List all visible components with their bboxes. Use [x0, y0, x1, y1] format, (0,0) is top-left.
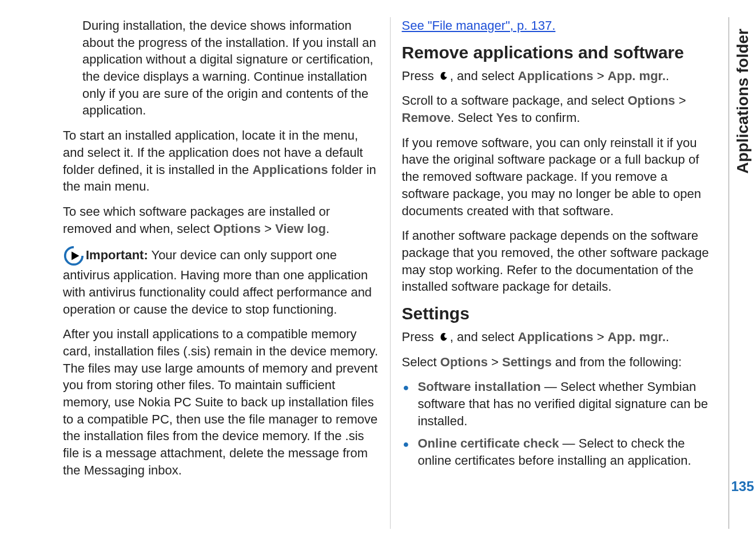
text: . Select: [451, 110, 496, 125]
applications-label: Applications: [518, 330, 594, 344]
settings-press-paragraph: Press , and select Applications > App. m…: [402, 329, 718, 346]
important-note: Important: Your device can only support …: [63, 245, 379, 318]
text: and from the following:: [552, 355, 682, 369]
list-item: Online certificate check — Select to che…: [402, 435, 718, 469]
text: .: [326, 221, 329, 236]
text: >: [675, 93, 686, 108]
menu-key-icon: [437, 331, 450, 344]
online-cert-check-label: Online certificate check: [418, 436, 559, 450]
text: >: [261, 221, 275, 236]
remove-label: Remove: [402, 110, 451, 125]
options-label: Options: [628, 93, 675, 108]
text: Press: [402, 69, 437, 83]
settings-select-paragraph: Select Options > Settings and from the f…: [402, 354, 718, 371]
view-log-label: View log: [275, 221, 326, 236]
text: Select: [402, 355, 440, 369]
text: .: [666, 69, 669, 83]
start-app-paragraph: To start an installed application, locat…: [63, 127, 379, 195]
manual-page: During installation, the device shows in…: [0, 0, 756, 546]
left-column: During installation, the device shows in…: [0, 17, 390, 529]
list-item: Software installation — Select whether S…: [402, 378, 718, 429]
important-label: Important:: [86, 248, 148, 262]
options-label: Options: [440, 355, 488, 369]
app-mgr-label: App. mgr.: [608, 69, 666, 83]
text: , and select: [450, 330, 518, 344]
text: to confirm.: [518, 110, 580, 125]
remove-scroll-paragraph: Scroll to a software package, and select…: [402, 92, 718, 126]
app-mgr-label: App. mgr.: [608, 330, 666, 344]
text: .: [666, 330, 669, 344]
right-column: See "File manager", p. 137. Remove appli…: [390, 17, 729, 529]
remove-depends-paragraph: If another software package depends on t…: [402, 227, 718, 295]
content-columns: During installation, the device shows in…: [0, 17, 729, 529]
applications-label: Applications: [252, 163, 328, 177]
remove-reinstall-paragraph: If you remove software, you can only rei…: [402, 134, 718, 219]
settings-bullet-list: Software installation — Select whether S…: [402, 378, 718, 469]
remove-press-paragraph: Press , and select Applications > App. m…: [402, 68, 718, 85]
install-progress-paragraph: During installation, the device shows in…: [82, 17, 379, 119]
view-log-paragraph: To see which software packages are insta…: [63, 203, 379, 237]
options-label: Options: [213, 221, 261, 236]
text: >: [594, 330, 608, 344]
page-number: 135: [731, 478, 754, 494]
software-installation-label: Software installation: [418, 379, 541, 394]
remove-apps-heading: Remove applications and software: [402, 42, 718, 63]
section-title: Applications folder: [734, 29, 752, 174]
text: Press: [402, 330, 437, 344]
settings-label: Settings: [502, 355, 552, 369]
text: >: [594, 69, 608, 83]
important-arrow-icon: [63, 245, 85, 267]
memory-card-paragraph: After you install applications to a comp…: [63, 326, 379, 478]
text: , and select: [450, 69, 518, 83]
settings-heading: Settings: [402, 303, 718, 324]
menu-key-icon: [437, 70, 450, 83]
text: >: [488, 355, 502, 369]
file-manager-link[interactable]: See "File manager", p. 137.: [402, 18, 556, 33]
text: Scroll to a software package, and select: [402, 93, 628, 108]
applications-label: Applications: [518, 69, 594, 83]
yes-label: Yes: [496, 110, 518, 125]
side-tab: Applications folder 135: [729, 17, 756, 529]
